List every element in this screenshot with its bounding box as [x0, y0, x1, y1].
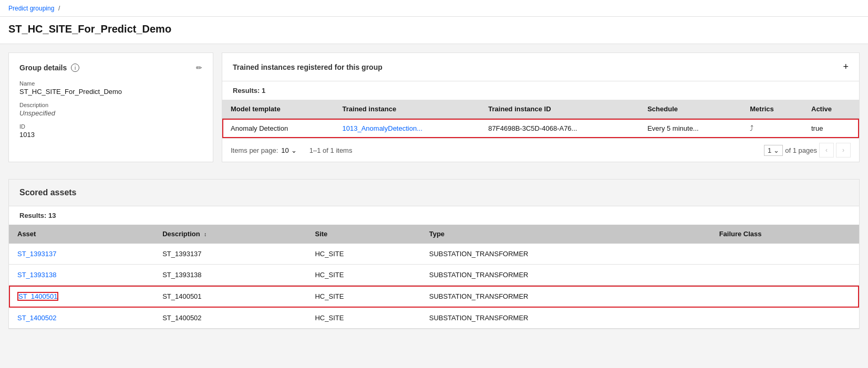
- failure-class-cell: [711, 244, 859, 265]
- col-schedule: Schedule: [639, 100, 741, 119]
- id-label: ID: [19, 123, 202, 130]
- scored-col-failure-class: Failure Class: [711, 225, 859, 244]
- next-page-button[interactable]: ›: [836, 143, 851, 157]
- breadcrumb-link[interactable]: Predict grouping: [8, 5, 54, 12]
- scored-col-type: Type: [421, 225, 711, 244]
- schedule-cell: Every 5 minute...: [639, 119, 741, 138]
- scored-assets-results: Results: 13: [9, 206, 859, 225]
- metrics-cell[interactable]: ⤴: [741, 119, 803, 138]
- chevron-down-icon-page: ⌄: [773, 146, 779, 154]
- trained-instances-panel: Trained instances registered for this gr…: [222, 52, 860, 162]
- table-row: ST_1393138 ST_1393138 HC_SITE SUBSTATION…: [9, 265, 859, 286]
- table-row: ST_1400502 ST_1400502 HC_SITE SUBSTATION…: [9, 308, 859, 329]
- asset-cell[interactable]: ST_1393138: [9, 265, 154, 286]
- active-cell: true: [803, 119, 859, 138]
- site-cell: HC_SITE: [306, 265, 420, 286]
- add-trained-instance-button[interactable]: +: [843, 61, 849, 72]
- table-row: ST_1400501 ST_1400501 HC_SITE SUBSTATION…: [9, 286, 859, 308]
- col-active: Active: [803, 100, 859, 119]
- failure-class-cell: [711, 308, 859, 329]
- type-cell: SUBSTATION_TRANSFORMER: [421, 308, 711, 329]
- table-row: Anomaly Detection 1013_AnomalyDetection.…: [222, 119, 859, 138]
- trained-instance-id-cell: 87F4698B-3C5D-4068-A76...: [480, 119, 639, 138]
- breadcrumb-separator: /: [58, 5, 60, 12]
- asset-cell[interactable]: ST_1400502: [9, 308, 154, 329]
- of-pages: of 1 pages: [785, 146, 817, 154]
- table-row: ST_1393137 ST_1393137 HC_SITE SUBSTATION…: [9, 244, 859, 265]
- type-cell: SUBSTATION_TRANSFORMER: [421, 286, 711, 308]
- col-trained-instance: Trained instance: [334, 100, 480, 119]
- trained-instances-table: Model template Trained instance Trained …: [222, 100, 859, 138]
- col-trained-instance-id: Trained instance ID: [480, 100, 639, 119]
- page-title: ST_HC_SITE_For_Predict_Demo: [0, 17, 868, 44]
- chevron-down-icon: ⌄: [291, 146, 297, 154]
- col-metrics: Metrics: [741, 100, 803, 119]
- page-select[interactable]: 1 ⌄: [764, 145, 783, 156]
- col-model-template: Model template: [222, 100, 334, 119]
- type-cell: SUBSTATION_TRANSFORMER: [421, 244, 711, 265]
- description-cell: ST_1400501: [154, 286, 306, 308]
- scored-col-description[interactable]: Description ↕: [154, 225, 306, 244]
- scored-assets-section: Scored assets Results: 13 Asset Descript…: [8, 179, 860, 329]
- prev-page-button[interactable]: ‹: [819, 143, 834, 157]
- group-details-title: Group details: [19, 64, 67, 72]
- name-value: ST_HC_SITE_For_Predict_Demo: [19, 88, 202, 96]
- main-content: Group details i ✏ Name ST_HC_SITE_For_Pr…: [0, 44, 868, 171]
- trained-instances-results: Results: 1: [222, 81, 859, 100]
- description-cell: ST_1393138: [154, 265, 306, 286]
- items-per-page-select[interactable]: 10 ⌄: [281, 146, 296, 154]
- items-per-page-label: Items per page:: [231, 146, 278, 154]
- site-cell: HC_SITE: [306, 244, 420, 265]
- site-cell: HC_SITE: [306, 286, 420, 308]
- sort-icon: ↕: [204, 232, 206, 237]
- asset-cell[interactable]: ST_1400501: [9, 286, 154, 308]
- type-cell: SUBSTATION_TRANSFORMER: [421, 265, 711, 286]
- failure-class-cell: [711, 265, 859, 286]
- id-value: 1013: [19, 131, 202, 139]
- failure-class-cell: [711, 286, 859, 308]
- group-details-panel: Group details i ✏ Name ST_HC_SITE_For_Pr…: [8, 52, 213, 162]
- items-count: 1–1 of 1 items: [309, 146, 353, 154]
- name-label: Name: [19, 80, 202, 87]
- pagination-bar: Items per page: 10 ⌄ 1–1 of 1 items 1 ⌄ …: [222, 138, 859, 162]
- model-template-cell: Anomaly Detection: [222, 119, 334, 138]
- scored-col-asset: Asset: [9, 225, 154, 244]
- trained-instances-title: Trained instances registered for this gr…: [233, 63, 383, 71]
- info-icon[interactable]: i: [71, 64, 79, 72]
- trained-instance-cell[interactable]: 1013_AnomalyDetection...: [334, 119, 480, 138]
- site-cell: HC_SITE: [306, 308, 420, 329]
- asset-cell[interactable]: ST_1393137: [9, 244, 154, 265]
- description-cell: ST_1400502: [154, 308, 306, 329]
- scored-col-site: Site: [306, 225, 420, 244]
- description-cell: ST_1393137: [154, 244, 306, 265]
- scored-assets-title: Scored assets: [9, 180, 859, 206]
- edit-icon[interactable]: ✏: [196, 64, 202, 72]
- description-label: Description: [19, 102, 202, 108]
- scored-assets-table: Asset Description ↕ Site Type Failure Cl…: [9, 225, 859, 329]
- description-value: Unspecified: [19, 109, 202, 117]
